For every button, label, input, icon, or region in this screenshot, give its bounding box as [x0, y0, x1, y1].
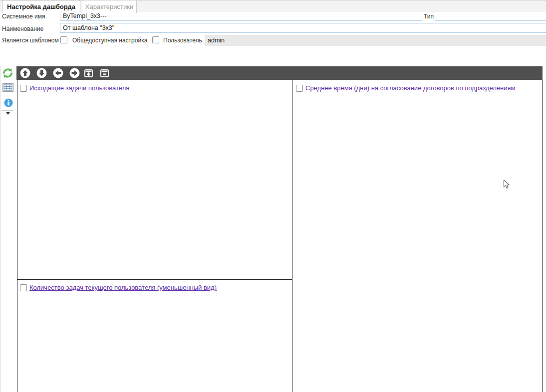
is-template-checkbox[interactable] — [60, 36, 67, 43]
widget-checkbox[interactable] — [20, 284, 27, 291]
table-icon[interactable] — [2, 83, 13, 92]
add-cell-icon[interactable] — [84, 68, 93, 78]
type-label: Тип — [424, 13, 434, 20]
widget-checkbox[interactable] — [296, 85, 303, 92]
move-right-icon[interactable] — [69, 68, 80, 78]
tab-characteristics[interactable]: Характеристики — [82, 0, 137, 13]
public-setting-label: Общедоступная настройка — [72, 37, 147, 44]
grid-horizontal-divider — [17, 279, 292, 280]
move-up-icon[interactable] — [20, 68, 30, 78]
collapse-caret-icon[interactable] — [6, 112, 10, 115]
move-down-icon[interactable] — [36, 68, 47, 78]
widget-current-user-task-count: Количество задач текущего пользователя (… — [20, 283, 217, 292]
widget-average-approval-time: Среднее время (дни) на согласование дого… — [296, 83, 516, 92]
system-name-label: Системное имя — [2, 13, 45, 20]
move-left-icon[interactable] — [53, 68, 63, 78]
widget-outgoing-tasks: Исходящие задачи пользователя — [20, 83, 129, 92]
public-setting-checkbox[interactable] — [152, 36, 159, 43]
dashboard-toolbar — [16, 66, 543, 80]
type-input[interactable] — [435, 11, 546, 21]
dashboard-settings-window: { "top_toolbar": { "icons": ["save-icon"… — [0, 0, 546, 392]
sidebar-left-border — [0, 66, 1, 392]
name-input[interactable] — [60, 23, 546, 33]
grid-left-border — [17, 80, 17, 392]
widget-checkbox[interactable] — [20, 85, 27, 92]
tab-dashboard-settings[interactable]: Настройка дашборда — [2, 0, 80, 13]
is-template-label: Является шаблоном — [2, 37, 59, 44]
sidebar-refresh-icon[interactable] — [1, 67, 14, 79]
user-label: Пользователь — [163, 37, 202, 44]
user-value-field: admin — [205, 35, 546, 46]
info-icon-sidebar[interactable] — [4, 98, 13, 107]
name-label: Наименование — [2, 25, 43, 32]
widget-link[interactable]: Исходящие задачи пользователя — [29, 84, 129, 92]
remove-cell-icon[interactable] — [100, 68, 109, 78]
mouse-cursor — [503, 180, 510, 190]
widget-link[interactable]: Среднее время (дни) на согласование дого… — [305, 84, 516, 92]
sidebar-separator — [1, 110, 13, 111]
grid-middle-divider — [292, 80, 292, 392]
grid-right-border — [542, 80, 543, 392]
widget-link[interactable]: Количество задач текущего пользователя (… — [29, 284, 217, 291]
